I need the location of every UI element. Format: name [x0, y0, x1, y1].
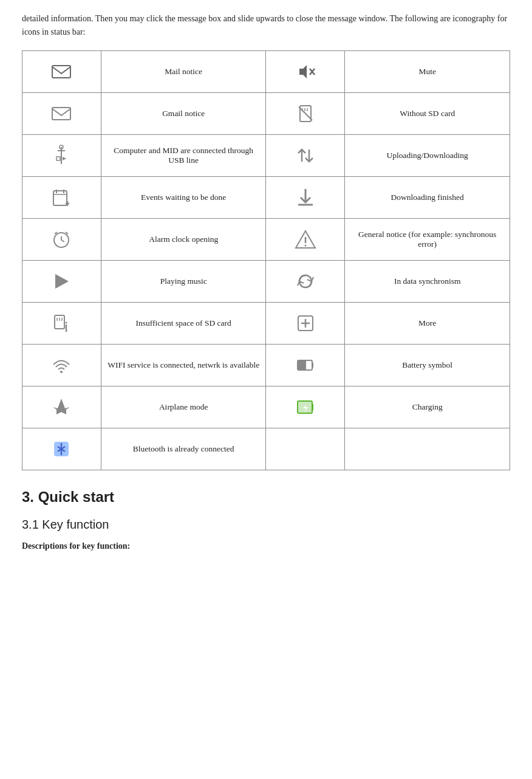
- icon-download-done: [266, 176, 345, 218]
- icon-alarm: [22, 218, 101, 260]
- icon-empty: [266, 428, 345, 470]
- label-usb: Computer and MID are connected through U…: [101, 134, 266, 176]
- icon-mute: [266, 50, 345, 92]
- label-empty: [345, 428, 510, 470]
- table-row: Bluetooth is already connected: [22, 428, 510, 470]
- label-download-done: Downloading finished: [345, 176, 510, 218]
- svg-marker-1: [299, 65, 307, 78]
- svg-point-41: [66, 321, 67, 323]
- icon-bluetooth: [22, 428, 101, 470]
- icon-warning: [266, 218, 345, 260]
- label-more: More: [345, 302, 510, 344]
- label-gmail: Gmail notice: [101, 92, 266, 134]
- section3-subheading: 3.1 Key function: [22, 518, 510, 532]
- table-row: Airplane modeCharging: [22, 386, 510, 428]
- label-sdlow: Insufficient space of SD card: [101, 302, 266, 344]
- icon-wifi: [22, 344, 101, 386]
- svg-line-29: [61, 240, 64, 242]
- label-sync: In data synchronism: [345, 260, 510, 302]
- svg-marker-35: [55, 274, 69, 289]
- table-row: Playing musicIn data synchronism: [22, 260, 510, 302]
- svg-point-34: [304, 244, 306, 246]
- icon-play: [22, 260, 101, 302]
- section3-heading: 3. Quick start: [22, 489, 510, 506]
- svg-marker-15: [63, 157, 66, 160]
- table-row: WIFI service is connected, netwrk is ava…: [22, 344, 510, 386]
- icon-event: [22, 176, 101, 218]
- icon-usb: [22, 134, 101, 176]
- svg-point-45: [60, 371, 63, 373]
- label-wifi: WIFI service is connected, netwrk is ava…: [101, 344, 266, 386]
- icon-airplane: [22, 386, 101, 428]
- label-updown: Uploading/Downloading: [345, 134, 510, 176]
- icon-battery: [266, 344, 345, 386]
- label-airplane: Airplane mode: [101, 386, 266, 428]
- svg-rect-14: [56, 157, 60, 160]
- label-alarm: Alarm clock opening: [101, 218, 266, 260]
- svg-rect-50: [312, 363, 313, 367]
- table-row: Computer and MID are connected through U…: [22, 134, 510, 176]
- icon-sync: [266, 260, 345, 302]
- label-play: Playing music: [101, 260, 266, 302]
- icon-nosd: [266, 92, 345, 134]
- label-charging: Charging: [345, 386, 510, 428]
- table-row: Insufficient space of SD cardMore: [22, 302, 510, 344]
- icon-more: [266, 302, 345, 344]
- table-row: Events waiting to be doneDownloading fin…: [22, 176, 510, 218]
- svg-rect-47: [298, 360, 306, 370]
- label-mute: Mute: [345, 50, 510, 92]
- svg-rect-19: [53, 191, 67, 205]
- svg-rect-36: [55, 315, 64, 329]
- icon-charging: [266, 386, 345, 428]
- svg-rect-4: [52, 108, 70, 120]
- icon-updown: [266, 134, 345, 176]
- table-row: Gmail noticeWithout SD card: [22, 92, 510, 134]
- label-warning: General notice (for example: synchronous…: [345, 218, 510, 260]
- table-row: Mail noticeMute: [22, 50, 510, 92]
- svg-rect-0: [52, 66, 70, 78]
- icons-table: Mail noticeMuteGmail noticeWithout SD ca…: [22, 50, 510, 470]
- intro-text: detailed information. Then you may click…: [22, 12, 510, 39]
- table-row: Alarm clock openingGeneral notice (for e…: [22, 218, 510, 260]
- icon-sdlow: [22, 302, 101, 344]
- label-battery: Battery symbol: [345, 344, 510, 386]
- label-mail: Mail notice: [101, 50, 266, 92]
- desc-label: Descriptions for key function:: [22, 541, 510, 551]
- svg-rect-53: [312, 404, 313, 410]
- icon-mail: [22, 50, 101, 92]
- svg-line-11: [299, 107, 312, 120]
- icon-gmail: [22, 92, 101, 134]
- label-event: Events waiting to be done: [101, 176, 266, 218]
- label-bluetooth: Bluetooth is already connected: [101, 428, 266, 470]
- label-nosd: Without SD card: [345, 92, 510, 134]
